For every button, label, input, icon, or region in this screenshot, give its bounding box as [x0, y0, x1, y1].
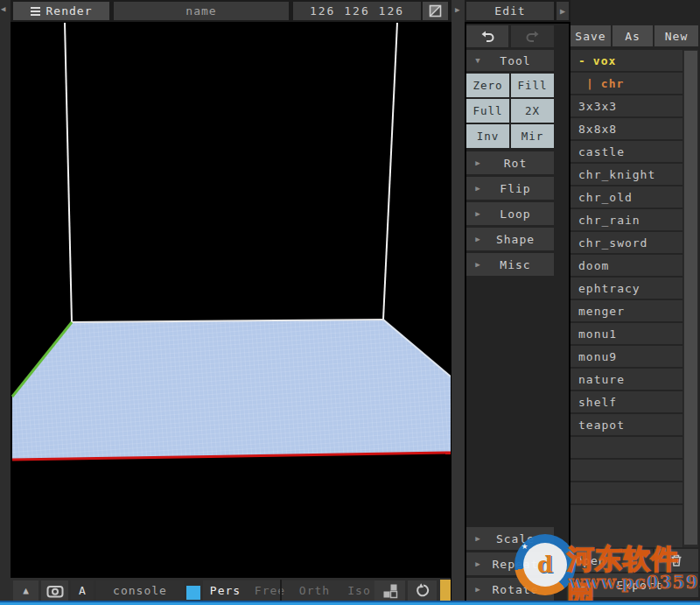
view-group-divider	[280, 580, 282, 601]
voxel-grid-scene	[10, 22, 451, 578]
list-item[interactable]: monu1	[570, 323, 682, 346]
section-loop[interactable]: ▶ Loop	[466, 202, 554, 225]
list-item[interactable]: teapot	[570, 414, 682, 437]
edit-panel-title: Edit	[466, 2, 554, 20]
section-misc[interactable]: ▶ Misc	[466, 253, 554, 276]
console-field[interactable]: console	[96, 580, 184, 601]
view-mode-orth[interactable]: Orth	[292, 584, 337, 597]
list-item[interactable]: chr_rain	[570, 209, 682, 232]
expand-console-button[interactable]: ▲	[13, 580, 38, 601]
screenshot-button[interactable]	[41, 580, 68, 601]
rotate-view-icon	[415, 583, 430, 598]
section-collapsed-icon: ▶	[570, 581, 597, 590]
grid-toggle-button[interactable]	[374, 580, 405, 601]
delete-button[interactable]	[654, 549, 698, 572]
redo-icon	[525, 31, 541, 43]
section-tool[interactable]: ▼ Tool	[466, 50, 554, 71]
left-collapse-strip[interactable]: ◀	[0, 0, 10, 605]
tool-zero-button[interactable]: Zero	[466, 74, 509, 97]
tool-2x-button[interactable]: 2X	[511, 99, 554, 123]
section-repeat[interactable]: ▶ Repeat	[466, 552, 554, 575]
file-list-scrollbar[interactable]	[683, 50, 698, 547]
section-shape[interactable]: ▶ Shape	[466, 228, 554, 250]
render-button[interactable]: Render	[13, 2, 109, 20]
redo-button[interactable]	[511, 25, 554, 47]
model-file-list: -vox |chr 3x3x3 8x8x8 castle chr_knight …	[570, 50, 682, 547]
new-button[interactable]: New	[654, 25, 698, 46]
magicavoxel-window: Render name 126 126 126 Edit ▶ Model Pat…	[0, 0, 700, 605]
palette-indicator-bar	[440, 580, 451, 603]
list-item-vox[interactable]: -vox	[570, 50, 682, 73]
list-item[interactable]: ephtracy	[570, 278, 682, 300]
section-collapsed-icon: ▶	[466, 235, 489, 243]
section-rot[interactable]: ▶ Rot	[466, 151, 554, 174]
list-item[interactable]: shelf	[570, 391, 682, 414]
list-item[interactable]: chr_sword	[570, 232, 682, 255]
section-scale[interactable]: ▶ Scale	[466, 527, 554, 550]
axis-toggle-button[interactable]: A	[71, 580, 94, 601]
bottom-bar: ▲ A console Pers Free Orth Iso	[10, 578, 451, 605]
list-item-empty	[570, 460, 682, 482]
render-label: Render	[46, 4, 93, 18]
section-rotate[interactable]: ▶ Rotate	[466, 578, 554, 601]
tool-inv-button[interactable]: Inv	[466, 124, 509, 148]
edit-panel-expand-button[interactable]: ▶	[556, 2, 569, 20]
list-item[interactable]: monu9	[570, 346, 682, 369]
active-color-swatch[interactable]	[186, 586, 200, 600]
list-item-empty	[570, 437, 682, 460]
list-item[interactable]: menger	[570, 300, 682, 323]
viewcube-button[interactable]	[423, 2, 448, 20]
blocks-icon	[382, 583, 398, 599]
view-mode-free[interactable]: Free	[248, 584, 292, 597]
section-collapsed-icon: ▶	[466, 209, 489, 218]
list-item[interactable]: chr_old	[570, 186, 682, 209]
scrollbar-thumb[interactable]	[684, 51, 697, 545]
model-name-field[interactable]: name	[114, 2, 289, 20]
voxel-viewport[interactable]	[10, 22, 451, 578]
section-collapsed-icon: ▶	[466, 534, 489, 543]
section-expanded-icon: ▼	[466, 56, 489, 65]
triangle-up-icon: ▲	[23, 585, 29, 596]
expand-right-icon: ▶	[455, 5, 459, 14]
list-item[interactable]: doom	[570, 255, 682, 278]
open-button[interactable]: Open	[570, 549, 611, 572]
list-item-chr[interactable]: |chr	[570, 73, 682, 95]
tool-full-button[interactable]: Full	[466, 99, 509, 123]
collapse-left-icon: ◀	[1, 4, 5, 13]
undo-icon	[480, 31, 495, 43]
viewcube-icon	[429, 4, 442, 18]
hamburger-icon	[31, 7, 40, 16]
list-item[interactable]: castle	[570, 141, 682, 164]
camera-icon	[46, 584, 64, 598]
tool-mir-button[interactable]: Mir	[511, 124, 554, 148]
save-button[interactable]: Save	[570, 25, 611, 46]
list-item[interactable]: chr_knight	[570, 164, 682, 186]
trash-icon	[669, 553, 683, 567]
list-item[interactable]: 8x8x8	[570, 118, 682, 141]
section-collapsed-icon: ▶	[466, 158, 489, 167]
list-item[interactable]: nature	[570, 369, 682, 391]
section-collapsed-icon: ▶	[466, 184, 489, 193]
section-collapsed-icon: ▶	[466, 559, 489, 568]
tool-fill-button[interactable]: Fill	[511, 74, 554, 97]
section-collapsed-icon: ▶	[466, 585, 489, 594]
section-export[interactable]: ▶ Export	[570, 573, 698, 597]
undo-button[interactable]	[466, 25, 508, 47]
save-as-button[interactable]: As	[612, 25, 653, 46]
model-size-field[interactable]: 126 126 126	[293, 2, 421, 20]
section-collapsed-icon: ▶	[466, 260, 489, 269]
viewport-panel-divider[interactable]: ▶	[452, 0, 465, 605]
list-item-empty	[570, 482, 682, 505]
open-row-spacer	[612, 549, 653, 572]
section-flip[interactable]: ▶ Flip	[466, 177, 554, 200]
view-mode-pers[interactable]: Pers	[203, 584, 248, 597]
view-mode-group: Pers Free Orth Iso	[203, 580, 382, 601]
list-item[interactable]: 3x3x3	[570, 95, 682, 118]
reset-view-button[interactable]	[408, 580, 437, 601]
